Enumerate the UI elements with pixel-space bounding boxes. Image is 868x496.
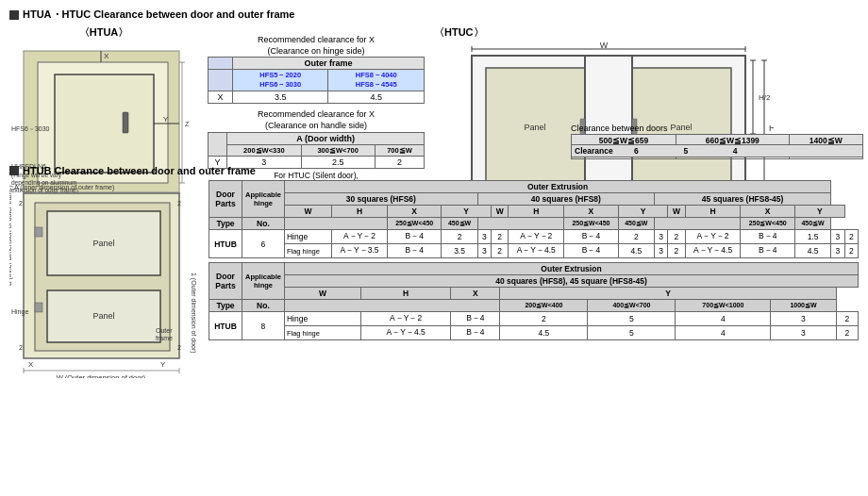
t2-app-hinge-2: A－Y－4.5 bbox=[361, 326, 451, 340]
svg-rect-53 bbox=[35, 303, 42, 312]
cbd-title2: Clearance between doors bbox=[571, 124, 863, 133]
t1-x2-40: 4.5 bbox=[618, 244, 654, 258]
bottom-section-square-icon bbox=[9, 166, 19, 175]
t1-y450-2-30: 2 bbox=[491, 244, 508, 258]
svg-text:Hinge: Hinge bbox=[11, 308, 28, 316]
t1-40sq: 40 squares (HFS8) bbox=[477, 193, 654, 206]
t2-no-h: No. bbox=[242, 300, 285, 312]
t1-y-40: Y bbox=[618, 206, 668, 218]
t2-y200-1: 5 bbox=[588, 312, 676, 326]
htub-table2: Door Parts Applicable hinge Outer Extrus… bbox=[209, 262, 859, 340]
t1-h-30: H bbox=[332, 206, 388, 218]
t2-y200-2: 5 bbox=[588, 326, 676, 340]
t2-y-h: Y bbox=[500, 288, 836, 300]
y-val-700: 2 bbox=[375, 156, 424, 168]
x-label: X bbox=[209, 91, 233, 104]
t1-h-45: H bbox=[685, 206, 741, 218]
x-val1: 3.5 bbox=[232, 91, 328, 104]
t2-door-parts: Door Parts bbox=[209, 263, 242, 300]
t2-outer-ext: Outer Extrusion bbox=[284, 263, 858, 275]
t2-no-8: 8 bbox=[242, 312, 285, 340]
t2-h1: B－4 bbox=[451, 312, 500, 326]
top-section-title: HTUA・HTUC Clearance between door and out… bbox=[9, 8, 859, 22]
t1-applicable-hinge: Applicable hinge bbox=[242, 181, 285, 218]
t1-y250-1-30: 3 bbox=[477, 230, 491, 244]
t1-y-45: Y bbox=[794, 206, 844, 218]
svg-text:A (Inner dimension of outer fr: A (Inner dimension of outer frame) bbox=[14, 184, 114, 191]
t1-w-45: W bbox=[668, 206, 685, 218]
t1-x2-30: 3.5 bbox=[442, 244, 477, 258]
cbd-label-row: Clearance 6 5 4 bbox=[571, 144, 863, 157]
t1-y450-1-30: 2 bbox=[491, 230, 508, 244]
t1-y250-40: 250≦W<450 bbox=[564, 218, 619, 230]
bottom-section: A (Inner dimension of outer frame) Panel… bbox=[9, 180, 859, 380]
svg-text:HFS6－3030: HFS6－3030 bbox=[11, 125, 50, 132]
t1-y250-45: 250≦W<450 bbox=[741, 218, 795, 230]
t1-h1-30: B－4 bbox=[387, 230, 442, 244]
top-title-text: HTUA・HTUC Clearance between door and out… bbox=[23, 8, 295, 22]
t1-h1-45: B－4 bbox=[741, 230, 795, 244]
t2-y400-2: 4 bbox=[676, 326, 771, 340]
t1-app-hinge-2-40: A－Y－4.5 bbox=[509, 244, 564, 258]
t2-hinge-type-2: Flag hinge bbox=[284, 326, 360, 340]
t2-hinge-type-1: Hinge bbox=[284, 312, 360, 326]
t2-y700-1: 3 bbox=[771, 312, 837, 326]
htub-table1: Door Parts Applicable hinge Outer Extrus… bbox=[209, 180, 859, 258]
hfs-col2: HFS8－4040HFS8－4545 bbox=[328, 70, 425, 91]
clearance-val3b: 4 bbox=[733, 146, 738, 156]
x-val2: 4.5 bbox=[328, 91, 425, 104]
table-row: Flag hinge A－Y－3.5 B－4 3.5 3 2 A－Y－4.5 B… bbox=[209, 244, 859, 258]
t2-400-700: 400≦W<700 bbox=[588, 300, 676, 312]
t2-y1000-1: 2 bbox=[836, 312, 858, 326]
svg-rect-3 bbox=[123, 112, 128, 133]
bottom-section-wrapper: HTUB Clearance between door and outer fr… bbox=[9, 165, 859, 380]
clearance-row: Clearance 6 5 4 bbox=[572, 145, 863, 157]
t1-hinge-type-2: Flag hinge bbox=[284, 244, 331, 258]
door-width-header: A (Door width) bbox=[227, 132, 425, 144]
svg-text:2: 2 bbox=[177, 344, 181, 351]
t1-y450-2-45: 2 bbox=[844, 244, 858, 258]
table-row: HTUB 6 Hinge A－Y－2 B－4 2 3 2 A－Y－2 B－4 2… bbox=[209, 230, 859, 244]
t1-w-40: W bbox=[491, 206, 508, 218]
t1-app-hinge-2: A－Y－3.5 bbox=[332, 244, 388, 258]
section-square-icon bbox=[9, 10, 19, 20]
t1-y250-1-40: 3 bbox=[654, 230, 667, 244]
handle-clearance-label: Recommended clearance for X (Clearance o… bbox=[208, 109, 425, 131]
htub-diagram-area: A (Inner dimension of outer frame) Panel… bbox=[9, 180, 203, 380]
t1-app-hinge-1-40: A－Y－2 bbox=[509, 230, 564, 244]
handle-clearance-table: A (Door width) 200≦W<330 300≦W<700 700≦W… bbox=[208, 132, 425, 169]
t1-no-6: 6 bbox=[242, 230, 285, 258]
svg-text:2: 2 bbox=[177, 200, 181, 207]
t2-y400-1: 4 bbox=[676, 312, 771, 326]
svg-text:frame: frame bbox=[156, 335, 173, 341]
svg-text:2: 2 bbox=[19, 344, 23, 351]
t1-type-h: Type bbox=[209, 218, 242, 230]
t1-h2-45: B－4 bbox=[741, 244, 795, 258]
t1-h2-30: B－4 bbox=[387, 244, 442, 258]
t1-y-30: Y bbox=[442, 206, 492, 218]
table-row: Flag hinge A－Y－4.5 B－4 4.5 5 4 3 2 bbox=[209, 326, 859, 340]
t2-w-h: W bbox=[284, 288, 360, 300]
clearance-val2b: 5 bbox=[683, 146, 688, 156]
hfs-col1: HFS5－2020HFS6－3030 bbox=[232, 70, 328, 91]
t2-x-h: X bbox=[451, 288, 500, 300]
t1-x-30: X bbox=[387, 206, 442, 218]
t1-h2-40: B－4 bbox=[564, 244, 619, 258]
htub-tables-area: Door Parts Applicable hinge Outer Extrus… bbox=[209, 180, 859, 380]
svg-text:Panel: Panel bbox=[92, 239, 114, 248]
t2-200-400: 200≦W<400 bbox=[500, 300, 588, 312]
svg-rect-52 bbox=[35, 227, 42, 237]
t1-x1-45: 1.5 bbox=[794, 230, 830, 244]
t1-y250-2-40: 3 bbox=[654, 244, 667, 258]
svg-text:Panel: Panel bbox=[92, 311, 114, 321]
t1-door-parts: Door Parts bbox=[209, 181, 242, 218]
col-200-330: 200≦W<330 bbox=[227, 144, 301, 156]
svg-text:Z: Z bbox=[185, 121, 190, 127]
t1-y450-30: 450≦W bbox=[442, 218, 477, 230]
t1-y250-1-45: 3 bbox=[831, 230, 844, 244]
t2-h-h: H bbox=[361, 288, 451, 300]
t1-y450-1-45: 2 bbox=[844, 230, 858, 244]
t2-applicable-hinge: Applicable hinge bbox=[242, 263, 285, 300]
svg-text:Y: Y bbox=[160, 360, 166, 369]
svg-text:W (Outer dimension of door): W (Outer dimension of door) bbox=[57, 373, 146, 378]
